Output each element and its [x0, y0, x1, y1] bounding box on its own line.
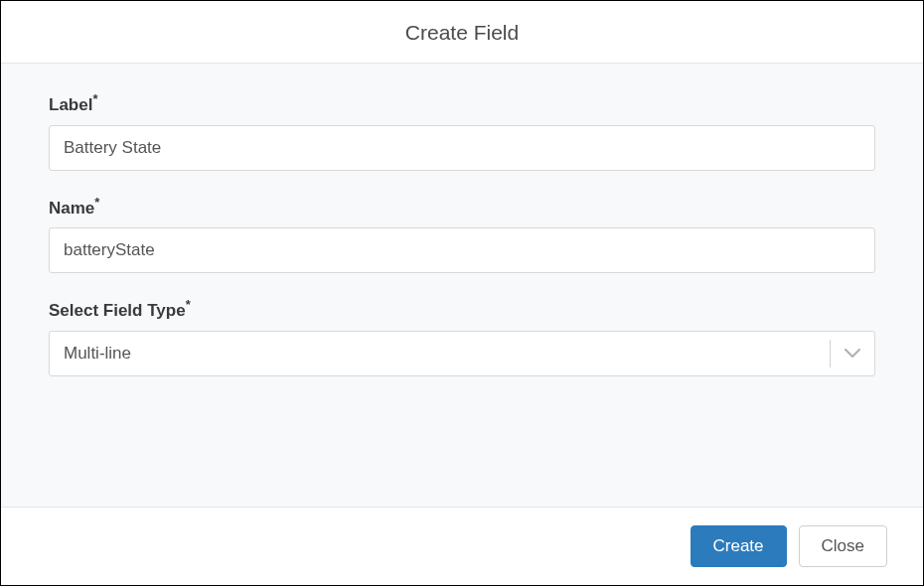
modal-body: Label* Name* Select Field Type* Multi-li… — [1, 64, 923, 507]
required-asterisk: * — [94, 195, 99, 210]
chevron-down-icon — [845, 349, 860, 359]
label-text: Select Field Type — [49, 301, 186, 320]
required-asterisk: * — [92, 91, 97, 106]
create-field-modal: Create Field Label* Name* Select Field T… — [0, 0, 924, 586]
form-group-type: Select Field Type* Multi-line — [49, 297, 875, 376]
label-input[interactable] — [49, 125, 875, 171]
label-text: Name — [49, 198, 94, 217]
select-value: Multi-line — [64, 344, 131, 364]
form-group-name: Name* — [49, 195, 875, 274]
name-field-label: Name* — [49, 195, 875, 219]
select-arrow-wrapper — [830, 342, 860, 366]
label-field-label: Label* — [49, 91, 875, 115]
close-button[interactable]: Close — [799, 525, 887, 567]
field-type-select[interactable]: Multi-line — [49, 331, 875, 376]
label-text: Label — [49, 95, 92, 114]
modal-header: Create Field — [1, 1, 923, 64]
select-wrapper: Multi-line — [49, 331, 875, 376]
modal-footer: Create Close — [1, 507, 923, 585]
name-input[interactable] — [49, 227, 875, 273]
form-group-label: Label* — [49, 91, 875, 171]
required-asterisk: * — [186, 297, 191, 312]
create-button[interactable]: Create — [691, 525, 787, 567]
modal-title: Create Field — [1, 21, 923, 45]
type-field-label: Select Field Type* — [49, 297, 875, 321]
select-divider — [830, 340, 831, 367]
